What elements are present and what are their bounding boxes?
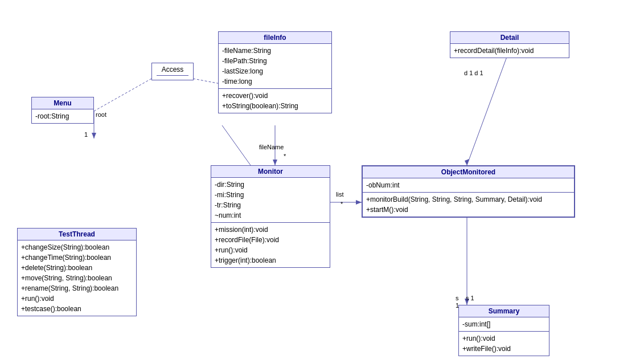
class-testthread-methods: +changeSize(String):boolean +changeTime(… bbox=[18, 240, 136, 316]
svg-marker-4 bbox=[273, 160, 277, 165]
class-testthread-header: TestThread bbox=[18, 229, 136, 240]
class-summary-methods: +run():void +writeFile():void bbox=[459, 332, 549, 356]
label-s1-right: s 1 bbox=[466, 295, 474, 301]
access-note: Access bbox=[151, 63, 194, 80]
class-monitor-methods: +mission(int):void +recordFile(File):voi… bbox=[211, 223, 330, 267]
class-detail-methods: +recordDetail(fileInfo):void bbox=[450, 44, 569, 58]
class-monitor: Monitor -dir:String -mi:String -tr:Strin… bbox=[211, 165, 330, 268]
class-monitor-header: Monitor bbox=[211, 166, 330, 178]
label-filename-star: * bbox=[284, 153, 286, 160]
class-menu-header: Menu bbox=[32, 97, 93, 109]
label-root-1: 1 bbox=[84, 131, 88, 138]
svg-marker-6 bbox=[356, 200, 362, 205]
class-objectmonitored-attributes: -obNum:int bbox=[363, 178, 574, 193]
svg-line-13 bbox=[222, 125, 251, 165]
label-list-star: * bbox=[341, 201, 343, 207]
class-detail: Detail +recordDetail(fileInfo):void bbox=[450, 31, 569, 58]
label-filename: fileName bbox=[259, 144, 284, 150]
class-objectmonitored-methods: +monitorBuild(String, String, String, Su… bbox=[363, 193, 574, 217]
class-menu: Menu -root:String bbox=[31, 97, 94, 124]
class-summary: Summary -sum:int[] +run():void +writeFil… bbox=[458, 305, 549, 356]
label-s1-num-left: 1 bbox=[456, 302, 459, 309]
class-monitor-attributes: -dir:String -mi:String -tr:String ~num:i… bbox=[211, 178, 330, 223]
label-list: list bbox=[336, 191, 343, 198]
label-d1: d 1 d 1 bbox=[464, 70, 483, 76]
class-fileinfo-attributes: -fileName:String -filePath:String -lastS… bbox=[219, 44, 331, 89]
class-menu-attributes: -root:String bbox=[32, 109, 93, 123]
class-detail-header: Detail bbox=[450, 32, 569, 44]
class-objectmonitored-header: ObjectMonitored bbox=[363, 166, 574, 178]
class-fileinfo-methods: +recover():void +toString(boolean):Strin… bbox=[219, 89, 331, 113]
class-fileinfo-header: fileInfo bbox=[219, 32, 331, 44]
class-objectmonitored: ObjectMonitored -obNum:int +monitorBuild… bbox=[362, 165, 575, 218]
class-summary-attributes: -sum:int[] bbox=[459, 317, 549, 332]
label-root: root bbox=[96, 111, 106, 118]
class-summary-header: Summary bbox=[459, 305, 549, 317]
class-testthread: TestThread +changeSize(String):boolean +… bbox=[17, 228, 137, 316]
class-fileinfo: fileInfo -fileName:String -filePath:Stri… bbox=[218, 31, 332, 113]
svg-marker-2 bbox=[92, 133, 96, 138]
svg-line-11 bbox=[94, 79, 151, 111]
svg-marker-8 bbox=[465, 159, 469, 165]
label-s1-left: s bbox=[456, 295, 459, 301]
access-note-text: Access bbox=[162, 66, 184, 74]
uml-diagram: fileInfo -fileName:String -filePath:Stri… bbox=[0, 0, 644, 359]
